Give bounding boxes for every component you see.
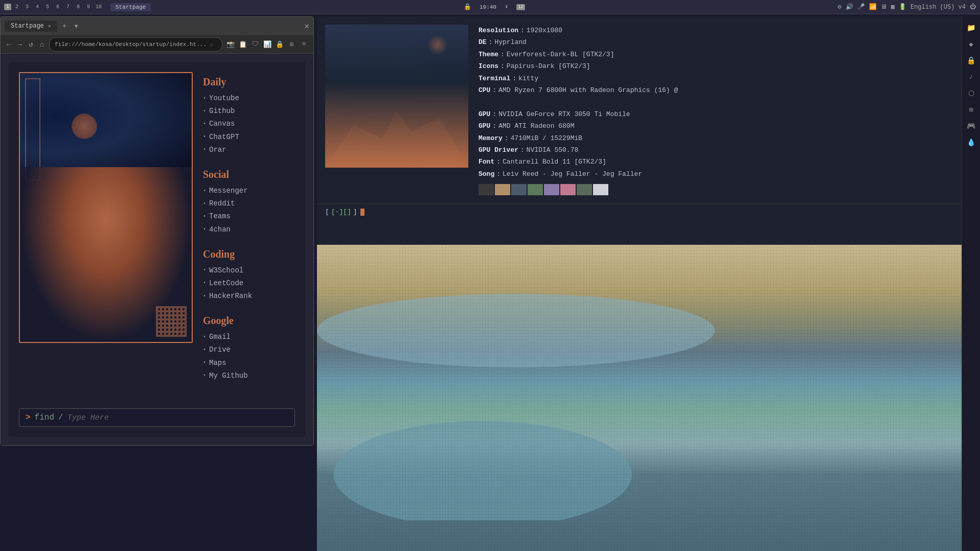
bookmark-star-icon[interactable]: ☆ <box>207 39 217 50</box>
link-orar[interactable]: •Orar <box>203 144 295 156</box>
power-icon[interactable]: ⏻ <box>970 3 976 11</box>
terminal-label: Terminal <box>478 73 510 84</box>
menu-icon[interactable]: ≡ <box>299 39 309 50</box>
sidebar-game-icon[interactable]: 🎮 <box>964 119 978 133</box>
sysinfo-terminal: Terminal : kitty <box>478 73 972 84</box>
colon-9: : <box>505 132 509 144</box>
volume-icon[interactable]: 🔊 <box>846 3 853 11</box>
right-panel: Resolution : 1920x1080 DE : Hyprland The… <box>317 16 980 551</box>
chart-icon[interactable]: 📊 <box>262 39 272 50</box>
link-youtube[interactable]: •Youtube <box>203 92 295 105</box>
link-4chan[interactable]: •4chan <box>203 223 295 236</box>
bullet-icon: • <box>203 333 206 342</box>
clipboard-icon[interactable]: 📋 <box>238 39 248 50</box>
sysinfo-resolution: Resolution : 1920x1080 <box>478 25 972 36</box>
sysinfo-gpu1: GPU : NVIDIA GeForce RTX 3050 Ti Mobile <box>478 108 972 120</box>
workspace-7[interactable]: 7 <box>63 3 73 12</box>
forward-button[interactable]: → <box>16 39 24 50</box>
workspace-5[interactable]: 5 <box>43 3 52 12</box>
sidebar-lock-icon[interactable]: 🔒 <box>964 53 978 67</box>
link-maps[interactable]: •Maps <box>203 357 295 370</box>
swatch-8 <box>593 184 608 195</box>
sidebar-files-icon[interactable]: 📁 <box>964 20 978 35</box>
workspace-9[interactable]: 9 <box>84 3 93 12</box>
mic-icon[interactable]: 🎤 <box>857 3 865 11</box>
neofetch-image <box>325 25 468 168</box>
pixel-art-inner <box>20 73 192 342</box>
term-path: [-][] <box>331 208 351 216</box>
new-tab-button[interactable]: + <box>59 22 70 30</box>
keyboard-layout[interactable]: English (US) v4 <box>910 4 966 11</box>
de-value: Hyprland <box>494 36 526 48</box>
swatch-6 <box>560 184 576 195</box>
social-section-title: Social <box>203 169 295 180</box>
link-gmail[interactable]: •Gmail <box>203 331 295 343</box>
link-my-github[interactable]: •My Github <box>203 370 295 382</box>
sidebar-music-icon[interactable]: ♪ <box>964 70 978 84</box>
tab-list-chevron[interactable]: ▾ <box>74 21 79 31</box>
link-chatgpt[interactable]: •ChatGPT <box>203 131 295 144</box>
link-leetcode[interactable]: •LeetCode <box>203 277 295 290</box>
terminal-area[interactable]: [ [-][] ] <box>317 204 980 245</box>
back-button[interactable]: ← <box>5 39 13 50</box>
right-sidebar: 📁 ◆ 🔒 ♪ ⬡ ⊞ 🎮 💧 <box>962 16 980 551</box>
workspace-3[interactable]: 3 <box>22 3 32 12</box>
swatch-7 <box>577 184 592 195</box>
active-window-label[interactable]: Startpage <box>110 3 151 11</box>
settings-icon[interactable]: ⚙ <box>838 3 841 11</box>
close-window-button[interactable]: ✕ <box>304 21 309 31</box>
screenshot-icon[interactable]: 📸 <box>225 39 236 50</box>
cpu-value: AMD Ryzen 7 6800H with Radeon Graphics (… <box>498 84 678 96</box>
browser-window: Startpage ✕ + ▾ ✕ ← → ↺ ⌂ file:///home/k… <box>0 16 314 446</box>
link-w3school[interactable]: •W3School <box>203 264 295 277</box>
battery-icon[interactable]: 🔋 <box>899 3 906 11</box>
browser-tab-startpage[interactable]: Startpage ✕ <box>5 20 57 32</box>
bullet-icon: • <box>203 371 206 380</box>
browser-titlebar: Startpage ✕ + ▾ ✕ <box>1 17 313 35</box>
gpu-driver-label: GPU Driver <box>478 144 518 156</box>
network-icon[interactable]: 📶 <box>869 3 877 11</box>
sidebar-package-icon[interactable]: ⬡ <box>964 86 978 100</box>
bullet-icon: • <box>203 292 206 301</box>
sidebar-water-icon[interactable]: 💧 <box>964 135 978 149</box>
address-bar[interactable]: file:///home/kosa/Desktop/startup/index.… <box>49 37 222 52</box>
sysinfo-theme: Theme : Everforest-Dark-BL [GTK2/3] <box>478 49 972 60</box>
link-messenger[interactable]: •Messenger <box>203 185 295 197</box>
taskbar-center: 🔒 19:40 ⬇ 12 <box>151 3 837 11</box>
colon-4: : <box>500 60 505 72</box>
workspace-2[interactable]: 2 <box>12 3 21 12</box>
download-count: 12 <box>516 4 525 10</box>
workspace-4[interactable]: 4 <box>33 3 42 12</box>
bullet-icon: • <box>203 145 206 154</box>
search-bar[interactable]: > find / Type Here <box>19 408 295 427</box>
colon-8: : <box>492 120 496 132</box>
pixel-sky <box>20 73 192 180</box>
shield-icon[interactable]: 🛡 <box>250 39 260 50</box>
sysinfo-text: Resolution : 1920x1080 DE : Hyprland The… <box>478 25 972 195</box>
sysinfo-de: DE : Hyprland <box>478 36 972 48</box>
link-hackerrank[interactable]: •HackerRank <box>203 290 295 303</box>
link-reddit[interactable]: •Reddit <box>203 197 295 210</box>
reload-button[interactable]: ↺ <box>27 39 35 50</box>
workspace-10[interactable]: 10 <box>94 3 103 12</box>
gpu-icon[interactable]: ▦ <box>891 3 895 11</box>
display-icon[interactable]: 🖥 <box>881 3 887 11</box>
colon-10: : <box>520 144 525 156</box>
link-canvas[interactable]: •Canvas <box>203 118 295 130</box>
workspace-6[interactable]: 6 <box>53 3 62 12</box>
wallpaper-area <box>317 245 980 551</box>
google-section-title: Google <box>203 315 295 327</box>
security-icon[interactable]: 🔒 <box>275 39 285 50</box>
grid-icon[interactable]: ⊞ <box>287 39 297 50</box>
link-teams[interactable]: •Teams <box>203 210 295 223</box>
workspace-8[interactable]: 8 <box>74 3 83 12</box>
workspace-1[interactable]: 1 <box>4 4 11 10</box>
colon-2: : <box>489 36 493 48</box>
tab-close-button[interactable]: ✕ <box>48 23 51 29</box>
sidebar-terminal-icon[interactable]: ⊞ <box>964 102 978 117</box>
link-github[interactable]: •Github <box>203 105 295 118</box>
home-button[interactable]: ⌂ <box>38 39 46 50</box>
sidebar-gem-icon[interactable]: ◆ <box>964 37 978 51</box>
link-drive[interactable]: •Drive <box>203 343 295 356</box>
colon-7: : <box>492 108 496 120</box>
